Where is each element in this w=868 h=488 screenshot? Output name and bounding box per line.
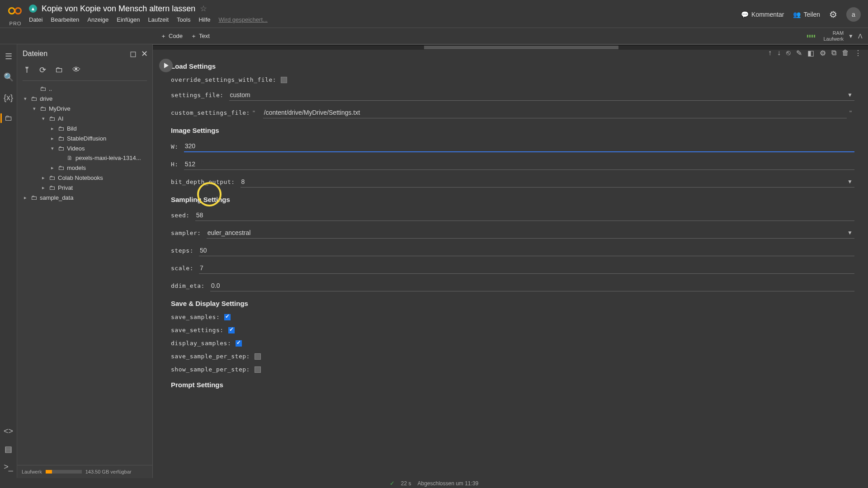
- toc-icon[interactable]: ☰: [5, 52, 12, 61]
- mount-drive-icon[interactable]: 🗀: [55, 65, 63, 75]
- main: ☰ 🔍 {x} 🗀 <> ▤ >_ Dateien ◻ ✕ ⤒ ⟳ 🗀 👁 🗀.…: [0, 44, 868, 478]
- input-scale[interactable]: [199, 263, 854, 274]
- tree-videofile[interactable]: 🗎pexels-maxi-leiva-1314...: [17, 153, 152, 163]
- input-custom-file[interactable]: [263, 107, 847, 118]
- settings-cell-icon[interactable]: ⚙: [820, 49, 826, 57]
- gear-icon[interactable]: ⚙: [829, 9, 837, 20]
- share-label: Teilen: [803, 11, 820, 18]
- files-icon[interactable]: 🗀: [0, 113, 13, 123]
- pro-badge: PRO: [9, 21, 22, 26]
- link-icon[interactable]: ⎋: [786, 49, 791, 57]
- variables-icon[interactable]: {x}: [4, 93, 13, 103]
- label-save-per-step: save_sample_per_step:: [171, 353, 250, 360]
- more-icon[interactable]: ⋮: [854, 49, 862, 57]
- row-w: W:: [171, 141, 854, 152]
- header-actions: 💬 Kommentar 👥 Teilen ⚙ a: [741, 7, 861, 22]
- share-button[interactable]: 👥 Teilen: [793, 11, 820, 18]
- section-sampling: Sampling Settings: [171, 196, 854, 203]
- move-up-icon[interactable]: ↑: [768, 49, 772, 57]
- row-ddim: ddim_eta:: [171, 280, 854, 291]
- tree-sd[interactable]: ▸🗀StableDiffusion: [17, 133, 152, 143]
- resource-indicator[interactable]: [807, 35, 815, 38]
- section-prompt: Prompt Settings: [171, 381, 854, 389]
- row-sampler: sampler: euler_ancestral ▼: [171, 227, 854, 239]
- menu-einfuegen[interactable]: Einfügen: [117, 16, 140, 23]
- checkbox-save-samples[interactable]: [224, 314, 231, 320]
- tree-colab[interactable]: ▸🗀Colab Notebooks: [17, 173, 152, 183]
- add-code-button[interactable]: ＋ Code: [160, 32, 183, 40]
- label-save-samples: save_samples:: [171, 314, 220, 320]
- tree-bild[interactable]: ▸🗀Bild: [17, 123, 152, 133]
- tree-privat[interactable]: ▸🗀Privat: [17, 183, 152, 192]
- command-palette-icon[interactable]: ▤: [5, 444, 12, 454]
- tree-videos[interactable]: ▾🗀Videos: [17, 143, 152, 153]
- content[interactable]: ↑ ↓ ⎋ ✎ ◧ ⚙ ⧉ 🗑 ⋮ Load Settings override…: [153, 44, 868, 478]
- checkbox-save-settings[interactable]: [228, 327, 235, 333]
- row-override: override_settings_with_file:: [171, 76, 854, 83]
- tree-drive[interactable]: ▾🗀drive: [17, 94, 152, 103]
- menu-bearbeiten[interactable]: Bearbeiten: [51, 16, 79, 23]
- avatar[interactable]: a: [846, 7, 861, 22]
- title-area: ▲ Kopie von Kopie von Mensch altern lass…: [29, 4, 741, 23]
- comment-icon: 💬: [741, 11, 749, 18]
- row-save-per-step: save_sample_per_step:: [171, 353, 854, 360]
- status-bar: ✓ 22 s Abgeschlossen um 11:39: [0, 478, 868, 488]
- run-button[interactable]: [159, 59, 173, 72]
- input-w[interactable]: [184, 141, 854, 152]
- select-settings-file[interactable]: custom ▼: [229, 89, 854, 101]
- new-window-icon[interactable]: ◻: [130, 49, 137, 59]
- close-sidebar-icon[interactable]: ✕: [141, 49, 148, 59]
- checkbox-show-per-step[interactable]: [255, 366, 261, 373]
- select-sampler[interactable]: euler_ancestral ▼: [207, 227, 854, 239]
- ram-disk-block[interactable]: RAM Laufwerk: [823, 30, 844, 41]
- tree-sample[interactable]: ▸🗀sample_data: [17, 192, 152, 202]
- tree-parent[interactable]: 🗀..: [17, 84, 152, 94]
- menu-hilfe[interactable]: Hilfe: [198, 16, 210, 23]
- hide-icon[interactable]: 👁: [72, 65, 80, 75]
- menu-tools[interactable]: Tools: [177, 16, 190, 23]
- menu-laufzeit[interactable]: Laufzeit: [148, 16, 169, 23]
- resource-dropdown-icon[interactable]: ▼: [848, 33, 854, 39]
- edit-icon[interactable]: ✎: [796, 49, 802, 57]
- terminal-icon[interactable]: >_: [4, 462, 13, 472]
- input-seed[interactable]: [195, 210, 854, 221]
- delete-icon[interactable]: 🗑: [842, 49, 849, 57]
- disk-label: Laufwerk: [22, 469, 42, 474]
- section-load: Load Settings: [171, 62, 854, 70]
- upload-icon[interactable]: ⤒: [24, 65, 30, 75]
- copy-icon[interactable]: ⧉: [831, 49, 836, 57]
- disk-usage-bar: [46, 470, 82, 474]
- select-bit[interactable]: 8 ▼: [241, 176, 854, 188]
- notebook-icon: ▲: [29, 5, 37, 13]
- input-h[interactable]: [184, 159, 854, 170]
- checkbox-save-per-step[interactable]: [255, 353, 261, 360]
- comment-button[interactable]: 💬 Kommentar: [741, 11, 784, 18]
- input-ddim[interactable]: [210, 280, 854, 291]
- menu-anzeige[interactable]: Anzeige: [87, 16, 108, 23]
- search-icon[interactable]: 🔍: [4, 72, 14, 82]
- add-text-button[interactable]: ＋ Text: [191, 32, 210, 40]
- label-show-per-step: show_sample_per_step:: [171, 366, 250, 373]
- horizontal-scrollbar[interactable]: [153, 46, 868, 49]
- star-icon[interactable]: ☆: [200, 4, 207, 14]
- checkbox-override[interactable]: [281, 77, 287, 83]
- checkbox-display-samples[interactable]: [236, 340, 242, 347]
- ram-label: RAM: [833, 30, 844, 36]
- move-down-icon[interactable]: ↓: [777, 49, 781, 57]
- code-snippet-icon[interactable]: <>: [4, 427, 13, 436]
- mirror-icon[interactable]: ◧: [807, 49, 814, 57]
- tree-mydrive[interactable]: ▾🗀MyDrive: [17, 103, 152, 113]
- refresh-icon[interactable]: ⟳: [39, 65, 46, 75]
- input-steps[interactable]: [199, 245, 854, 256]
- row-h: H:: [171, 159, 854, 170]
- status-time: 22 s: [401, 480, 411, 487]
- tree-models[interactable]: ▸🗀models: [17, 163, 152, 173]
- disk-label: Laufwerk: [823, 36, 844, 42]
- colab-logo[interactable]: [7, 4, 24, 20]
- tree-ai[interactable]: ▾🗀AI: [17, 113, 152, 123]
- text-label: Text: [199, 33, 210, 39]
- collapse-icon[interactable]: ᐱ: [858, 33, 863, 40]
- label-settings-file: settings_file:: [171, 92, 224, 99]
- notebook-title[interactable]: Kopie von Kopie von Mensch altern lassen: [42, 4, 195, 14]
- menu-datei[interactable]: Datei: [29, 16, 42, 23]
